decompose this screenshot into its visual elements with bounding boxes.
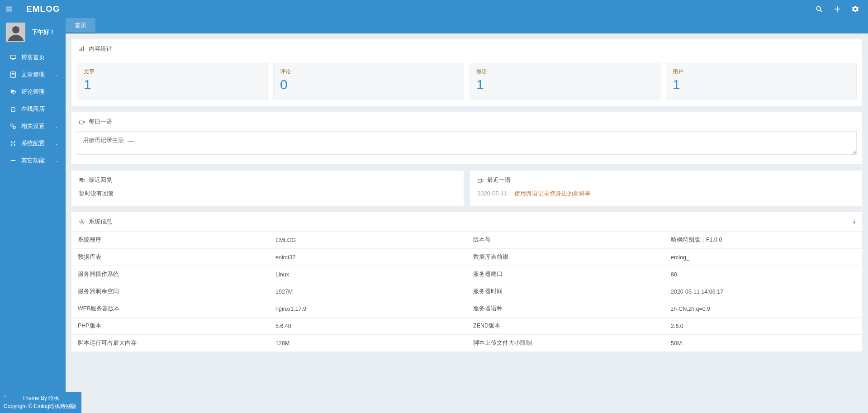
- cell-val: 2020-05-11 14:06:17: [664, 283, 862, 300]
- brand: EMLOG: [18, 4, 68, 14]
- cell-key: PHP版本: [71, 318, 269, 335]
- copyright: Copyright © Emlog晗枫特别版: [3, 402, 79, 410]
- chevron-down-icon: ⌄: [55, 124, 58, 128]
- sidebar-item-label: 系统配置: [21, 139, 45, 147]
- replies-empty: 暂时没有回复: [71, 190, 464, 206]
- sidebar-item-home[interactable]: 博客首页: [0, 49, 66, 66]
- svg-rect-2: [6, 11, 12, 12]
- table-row: 脚本运行可占最大内存128M脚本上传文件大小限制50M: [71, 335, 862, 352]
- cell-val: Linux: [269, 266, 467, 283]
- cell-key: 数据库表前缀: [467, 249, 664, 266]
- sidebar-item-articles[interactable]: 文章管理 ⌄: [0, 66, 66, 83]
- svg-point-16: [11, 144, 12, 146]
- cell-key: 脚本运行可占最大内存: [71, 335, 269, 352]
- cell-key: 服务器剩余空间: [71, 283, 269, 300]
- add-button[interactable]: [828, 0, 846, 18]
- recent-text: 使用微语记录您身边的新鲜事: [514, 190, 591, 197]
- settings-button[interactable]: [846, 0, 864, 18]
- cell-key: 系统程序: [71, 232, 269, 249]
- cell-key: 数据库表: [71, 249, 269, 266]
- table-row: 系统程序EMLOG版本号晗枫特别版：F1.0.0: [71, 232, 862, 249]
- comments-icon: [9, 88, 17, 95]
- panel-title: 内容统计: [89, 45, 112, 53]
- cogs-icon: [9, 123, 17, 130]
- panel-title: 每日一语: [89, 118, 112, 126]
- sidebar-item-related[interactable]: 相关设置 ⌄: [0, 118, 66, 135]
- stat-card[interactable]: 微语1: [470, 63, 660, 100]
- cell-val: nginx/1.17.9: [269, 300, 467, 318]
- chevron-down-icon: ⌄: [55, 159, 58, 162]
- gear-icon: [852, 6, 859, 12]
- cell-key: 服务器端口: [467, 266, 664, 283]
- svg-rect-21: [81, 47, 82, 52]
- svg-rect-8: [12, 59, 14, 60]
- user-greeting: 下午好！: [32, 28, 55, 36]
- cell-val: zh-CN,zh;q=0.9: [664, 300, 862, 318]
- cell-key: 版本号: [467, 232, 664, 249]
- theme-by: Theme By 晗枫: [3, 394, 79, 402]
- cell-val: 1927M: [269, 283, 467, 300]
- stat-card[interactable]: 评论0: [273, 63, 464, 100]
- sidebar-item-store[interactable]: 在线商店: [0, 100, 66, 118]
- comments-icon: [79, 177, 85, 183]
- tab-home[interactable]: 首页: [66, 18, 95, 33]
- table-row: 服务器操作系统Linux服务器端口80: [71, 266, 862, 283]
- avatar[interactable]: [6, 23, 25, 42]
- table-row: WEB服务器版本nginx/1.17.9服务器语种zh-CN,zh;q=0.9: [71, 300, 862, 318]
- svg-rect-0: [6, 7, 12, 8]
- chevron-down-icon: ⌄: [55, 142, 58, 145]
- search-button[interactable]: [810, 0, 828, 18]
- bar-chart-icon: [79, 46, 85, 52]
- cell-val: 50M: [664, 335, 862, 352]
- svg-point-13: [13, 126, 15, 128]
- stat-card[interactable]: 用户1: [666, 63, 857, 100]
- coffee-icon: [477, 177, 484, 183]
- cell-val: 128M: [269, 335, 467, 352]
- table-row: 数据库表eoirct32数据库表前缀emlog_: [71, 249, 862, 266]
- cell-key: 服务器操作系统: [71, 266, 269, 283]
- stat-value: 1: [476, 76, 654, 93]
- caret-right-icon: ▷: [3, 393, 6, 399]
- svg-rect-1: [6, 9, 12, 9]
- sidebar-item-label: 博客首页: [21, 53, 45, 62]
- stat-label: 微语: [476, 68, 654, 76]
- cell-val: emlog_: [664, 249, 862, 266]
- stat-value: 1: [673, 76, 850, 93]
- svg-rect-7: [10, 55, 16, 59]
- stat-label: 文章: [84, 68, 261, 76]
- bag-icon: [9, 105, 17, 113]
- cell-key: 脚本上传文件大小限制: [467, 335, 664, 352]
- menu-toggle[interactable]: [0, 0, 18, 18]
- panel-replies: 最近回复 暂时没有回复: [71, 170, 464, 206]
- info-button[interactable]: i: [853, 218, 855, 225]
- table-row: 服务器剩余空间1927M服务器时间2020-05-11 14:06:17: [71, 283, 862, 300]
- svg-point-15: [14, 141, 15, 142]
- sidebar-item-system[interactable]: 系统配置 ⌄: [0, 135, 66, 152]
- svg-point-12: [11, 124, 13, 126]
- svg-point-23: [81, 221, 83, 223]
- system-table: 系统程序EMLOG版本号晗枫特别版：F1.0.0数据库表eoirct32数据库表…: [71, 231, 862, 351]
- svg-rect-19: [11, 160, 16, 161]
- chevron-down-icon: ⌄: [55, 73, 58, 76]
- daily-input[interactable]: [77, 131, 857, 155]
- tab-label: 首页: [75, 21, 86, 29]
- panel-system: 系统信息 i 系统程序EMLOG版本号晗枫特别版：F1.0.0数据库表eoirc…: [71, 212, 863, 352]
- cell-key: 服务器语种: [467, 300, 664, 318]
- minus-icon: [9, 157, 17, 164]
- sidebar-item-other[interactable]: 其它功能 ⌄: [0, 152, 66, 169]
- hamburger-icon: [6, 6, 12, 12]
- sidebar-item-label: 其它功能: [21, 157, 45, 165]
- sidebar-item-comments[interactable]: 评论管理: [0, 83, 66, 100]
- search-icon: [816, 6, 822, 12]
- sidebar-item-label: 评论管理: [21, 88, 45, 96]
- svg-rect-6: [835, 9, 840, 9]
- recent-date: 2020-05-11: [477, 190, 508, 197]
- panel-title: 系统信息: [89, 218, 112, 226]
- stat-card[interactable]: 文章1: [77, 63, 268, 100]
- side-nav: 博客首页 文章管理 ⌄ 评论管理 在线商店 相关设置 ⌄ 系统配置 ⌄ 其它功能: [0, 49, 66, 169]
- sidebar: 下午好！ 博客首页 文章管理 ⌄ 评论管理 在线商店 相关设置 ⌄ 系统配置 ⌄: [0, 18, 66, 413]
- coffee-icon: [79, 119, 85, 125]
- recent-item[interactable]: 2020-05-11 使用微语记录您身边的新鲜事: [470, 190, 862, 206]
- cell-key: WEB服务器版本: [71, 300, 269, 318]
- cell-val: 晗枫特别版：F1.0.0: [664, 232, 862, 249]
